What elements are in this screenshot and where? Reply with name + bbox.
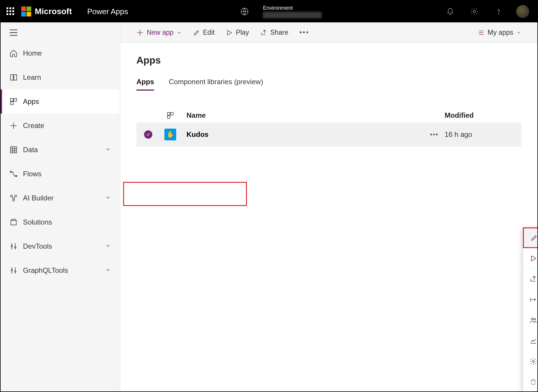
- top-header: Microsoft Power Apps Environment: [1, 1, 537, 22]
- edit-label: Edit: [203, 29, 215, 36]
- new-app-button[interactable]: New app: [132, 26, 186, 39]
- svg-point-11: [13, 199, 15, 201]
- user-avatar[interactable]: [514, 3, 532, 20]
- page-body: Apps Apps Component libraries (preview) …: [120, 43, 537, 392]
- new-app-label: New app: [147, 29, 174, 36]
- page-title: Apps: [136, 55, 521, 66]
- svg-point-13: [11, 245, 13, 247]
- svg-point-21: [534, 318, 536, 320]
- svg-point-7: [10, 171, 11, 173]
- svg-rect-17: [167, 112, 170, 115]
- context-menu: Edit Play Share Export package (preview)…: [523, 227, 538, 392]
- sidebar-item-ai-builder[interactable]: AI Builder: [1, 186, 120, 210]
- view-label: My apps: [488, 29, 513, 36]
- app-icon: ✋: [160, 129, 181, 140]
- chevron-down-icon: [516, 30, 522, 35]
- svg-point-16: [15, 271, 16, 272]
- play-label: Play: [236, 29, 249, 36]
- tab-apps[interactable]: Apps: [136, 78, 154, 91]
- tab-bar: Apps Component libraries (preview): [136, 78, 521, 91]
- chevron-down-icon: [176, 30, 182, 35]
- help-icon[interactable]: [490, 3, 507, 20]
- annotation-highlight-row: [123, 182, 247, 206]
- sidebar-item-create[interactable]: Create: [1, 114, 120, 138]
- app-launcher-icon[interactable]: [6, 7, 15, 16]
- column-header-name[interactable]: Name: [181, 111, 445, 119]
- sidebar-item-solutions[interactable]: Solutions: [1, 210, 120, 234]
- context-menu-export[interactable]: Export package (preview): [523, 289, 538, 310]
- svg-point-1: [473, 11, 476, 13]
- sidebar-item-home[interactable]: Home: [1, 41, 120, 65]
- chevron-down-icon: [105, 194, 111, 202]
- sidebar-item-label: Flows: [23, 170, 42, 178]
- context-menu-analytics[interactable]: Analytics (preview): [523, 330, 538, 351]
- sidebar-item-label: Solutions: [23, 218, 52, 226]
- svg-point-2: [498, 14, 499, 14]
- context-menu-delete: Delete: [523, 372, 538, 392]
- share-label: Share: [270, 29, 288, 36]
- svg-point-22: [532, 361, 534, 363]
- sidebar-item-data[interactable]: Data: [1, 138, 120, 162]
- share-button[interactable]: Share: [256, 26, 292, 39]
- context-menu-share[interactable]: Share: [523, 269, 538, 289]
- context-menu-edit[interactable]: Edit: [523, 227, 538, 248]
- sidebar-item-label: Home: [23, 49, 42, 57]
- row-more-actions-button[interactable]: •••: [424, 131, 445, 138]
- notifications-icon[interactable]: [441, 3, 459, 20]
- app-row[interactable]: ✋ Kudos ••• 16 h ago: [136, 122, 521, 147]
- sidebar-item-flows[interactable]: Flows: [1, 162, 120, 186]
- svg-point-15: [11, 270, 13, 271]
- environment-picker[interactable]: Environment: [263, 5, 322, 18]
- app-modified: 16 h ago: [445, 130, 521, 139]
- svg-point-14: [15, 247, 16, 248]
- settings-gear-icon[interactable]: [466, 3, 483, 20]
- table-header-row: Name Modified: [136, 111, 521, 119]
- row-select-checkbox[interactable]: [136, 130, 160, 139]
- context-menu-play[interactable]: Play: [523, 248, 538, 269]
- environment-value-redacted: [263, 12, 322, 18]
- content-area: New app Edit Play Share ••• My apps: [120, 22, 537, 392]
- environment-label: Environment: [263, 5, 322, 11]
- sidebar-item-apps[interactable]: Apps: [1, 89, 120, 114]
- view-selector[interactable]: My apps: [473, 26, 526, 39]
- command-bar: New app Edit Play Share ••• My apps: [120, 22, 537, 43]
- svg-rect-6: [11, 147, 17, 153]
- sidebar-item-label: Create: [23, 122, 44, 130]
- svg-rect-5: [11, 102, 13, 104]
- app-type-icon: [160, 112, 181, 119]
- chevron-down-icon: [105, 266, 111, 275]
- more-commands-button[interactable]: •••: [296, 26, 313, 39]
- sidebar-item-label: AI Builder: [23, 194, 54, 202]
- sidebar-item-label: DevTools: [23, 242, 52, 250]
- context-menu-add-to-teams[interactable]: Add to Teams: [523, 310, 538, 330]
- play-button[interactable]: Play: [222, 26, 253, 39]
- collapse-sidebar-button[interactable]: [1, 25, 120, 41]
- svg-rect-18: [171, 112, 173, 115]
- tab-component-libraries[interactable]: Component libraries (preview): [169, 78, 263, 91]
- context-menu-settings[interactable]: Settings: [523, 351, 538, 372]
- microsoft-logo-icon: [21, 6, 31, 16]
- svg-rect-19: [167, 116, 170, 118]
- sidebar-item-devtools[interactable]: DevTools: [1, 234, 120, 258]
- edit-button[interactable]: Edit: [189, 26, 219, 39]
- sidebar-item-label: Apps: [23, 97, 39, 106]
- product-name: Power Apps: [87, 7, 128, 16]
- chevron-down-icon: [105, 146, 111, 154]
- microsoft-brand-text: Microsoft: [35, 7, 72, 16]
- column-header-modified[interactable]: Modified: [445, 111, 521, 119]
- sidebar-item-label: Learn: [23, 73, 41, 82]
- globe-icon[interactable]: [236, 3, 253, 20]
- sidebar-item-label: GraphQLTools: [23, 266, 68, 275]
- microsoft-logo: Microsoft: [21, 6, 72, 16]
- left-sidebar: Home Learn Apps Create Data Flows AI Bui…: [1, 22, 120, 392]
- chevron-down-icon: [105, 242, 111, 250]
- svg-rect-4: [14, 99, 16, 101]
- svg-rect-3: [11, 99, 13, 101]
- app-name[interactable]: Kudos: [181, 130, 424, 139]
- sidebar-item-graphqltools[interactable]: GraphQLTools: [1, 258, 120, 283]
- svg-rect-12: [11, 220, 16, 225]
- sidebar-item-label: Data: [23, 146, 38, 154]
- sidebar-item-learn[interactable]: Learn: [1, 65, 120, 89]
- svg-point-20: [532, 318, 534, 320]
